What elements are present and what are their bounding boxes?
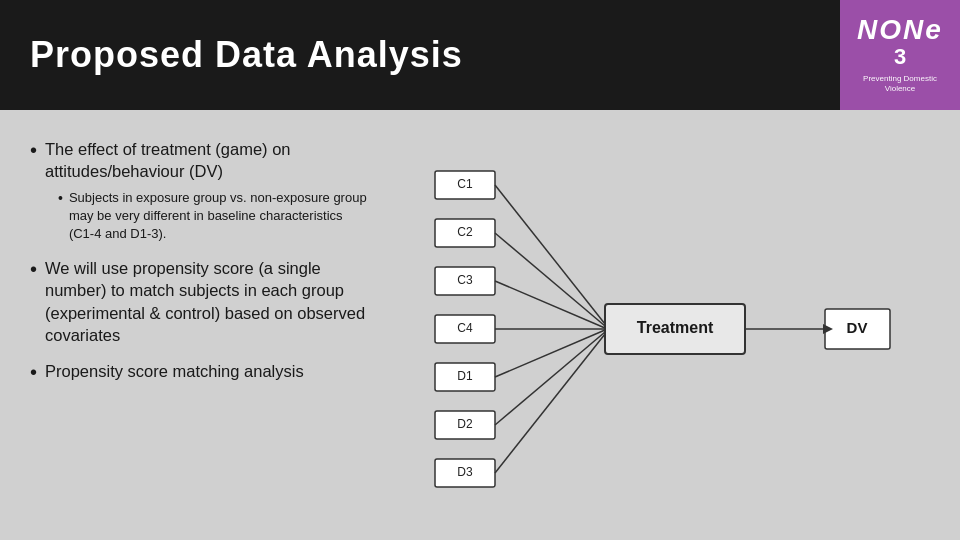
bullet-2-dot: • xyxy=(30,257,37,281)
treatment-label: Treatment xyxy=(637,319,714,336)
node-d2-label: D2 xyxy=(457,417,473,431)
header: Proposed Data Analysis NONe 3 Preventing… xyxy=(0,0,960,110)
node-c3-label: C3 xyxy=(457,273,473,287)
text-column: • The effect of treatment (game) on atti… xyxy=(30,138,370,520)
diagram-svg: C1 C2 C3 C4 D1 D2 D3 Treatment DV xyxy=(425,149,905,509)
bullet-1: • The effect of treatment (game) on atti… xyxy=(30,138,370,243)
diagram-column: C1 C2 C3 C4 D1 D2 D3 Treatment DV xyxy=(400,138,930,520)
bullet-3: • Propensity score matching analysis xyxy=(30,360,370,384)
arrow-d1 xyxy=(495,330,605,377)
bullet-3-text: Propensity score matching analysis xyxy=(45,360,304,382)
bullet-1-dot: • xyxy=(30,138,37,162)
arrow-c2 xyxy=(495,233,605,326)
node-d1-label: D1 xyxy=(457,369,473,383)
arrow-c1 xyxy=(495,185,605,324)
node-c1-label: C1 xyxy=(457,177,473,191)
sub-bullet-1: • Subjects in exposure group vs. non-exp… xyxy=(58,189,370,244)
bullet-1-text: The effect of treatment (game) on attitu… xyxy=(45,138,370,183)
arrow-d2 xyxy=(495,332,605,425)
sub-dot-1: • xyxy=(58,189,63,209)
bullet-2: • We will use propensity score (a single… xyxy=(30,257,370,346)
logo-text: NONe xyxy=(857,16,943,44)
dv-label: DV xyxy=(847,319,868,336)
page-title: Proposed Data Analysis xyxy=(30,34,463,76)
logo-num: 3 xyxy=(894,44,906,70)
arrow-c3 xyxy=(495,281,605,328)
logo-area: NONe 3 Preventing Domestic Violence xyxy=(840,0,960,110)
arrow-d3 xyxy=(495,334,605,473)
bullet-2-main: • We will use propensity score (a single… xyxy=(30,257,370,346)
sub-text-1: Subjects in exposure group vs. non-expos… xyxy=(69,189,370,244)
node-d3-label: D3 xyxy=(457,465,473,479)
bullet-2-text: We will use propensity score (a single n… xyxy=(45,257,370,346)
node-c2-label: C2 xyxy=(457,225,473,239)
bullet-1-main: • The effect of treatment (game) on atti… xyxy=(30,138,370,183)
bullet-3-dot: • xyxy=(30,360,37,384)
bullet-3-main: • Propensity score matching analysis xyxy=(30,360,370,384)
main-content: • The effect of treatment (game) on atti… xyxy=(0,110,960,540)
logo-subtitle: Preventing Domestic Violence xyxy=(848,74,952,93)
node-c4-label: C4 xyxy=(457,321,473,335)
